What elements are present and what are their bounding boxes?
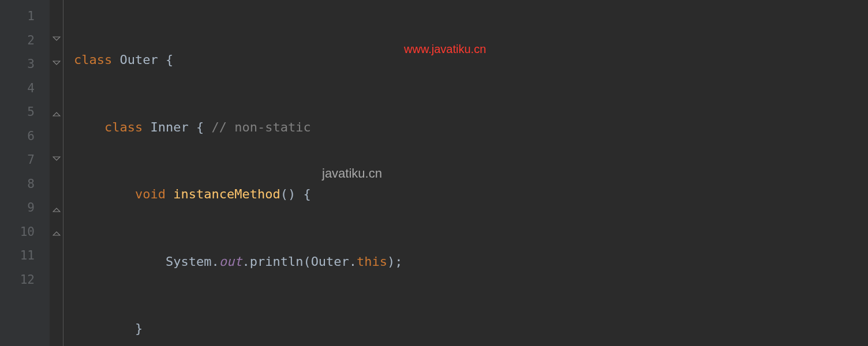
fold-end-icon[interactable] — [50, 196, 63, 220]
line-number: 6 — [0, 125, 50, 149]
line-number: 2 — [0, 29, 50, 53]
fold-end-icon[interactable] — [50, 220, 63, 245]
field: out — [219, 254, 242, 269]
line-number: 1 — [0, 5, 50, 29]
code-line[interactable]: class Outer { — [74, 48, 868, 72]
fold-gutter — [50, 0, 63, 346]
line-number: 10 — [0, 220, 50, 245]
identifier: Inner — [150, 120, 188, 134]
line-number: 5 — [0, 100, 50, 125]
keyword: class — [74, 52, 112, 67]
line-number: 12 — [0, 268, 50, 292]
line-number: 11 — [0, 244, 50, 268]
line-number: 4 — [0, 77, 50, 101]
line-number: 9 — [0, 196, 50, 220]
code-editor[interactable]: 1 2 3 4 5 6 7 8 9 10 11 12 — [0, 0, 868, 346]
fold-toggle-icon[interactable] — [50, 148, 63, 172]
code-line[interactable]: void instanceMethod() { — [74, 182, 868, 206]
comment: // non-static — [211, 120, 310, 134]
code-area[interactable]: class Outer { class Inner { // non-stati… — [63, 0, 868, 346]
identifier: Outer — [119, 52, 158, 67]
fold-end-icon[interactable] — [50, 100, 63, 125]
line-number: 3 — [0, 52, 50, 77]
method-name: instanceMethod — [173, 187, 280, 201]
watermark-text: javatiku.cn — [322, 166, 382, 181]
keyword: class — [104, 120, 143, 134]
code-line[interactable]: } — [74, 317, 868, 341]
code-line[interactable]: class Inner { // non-static — [74, 115, 868, 140]
fold-toggle-icon[interactable] — [50, 29, 63, 53]
line-number: 7 — [0, 148, 50, 172]
fold-toggle-icon[interactable] — [50, 52, 63, 77]
code-line[interactable]: System.out.println(Outer.this); — [74, 250, 868, 274]
line-number: 8 — [0, 172, 50, 197]
keyword: this — [357, 254, 387, 269]
line-number-gutter: 1 2 3 4 5 6 7 8 9 10 11 12 — [0, 0, 50, 346]
keyword: void — [135, 187, 166, 201]
